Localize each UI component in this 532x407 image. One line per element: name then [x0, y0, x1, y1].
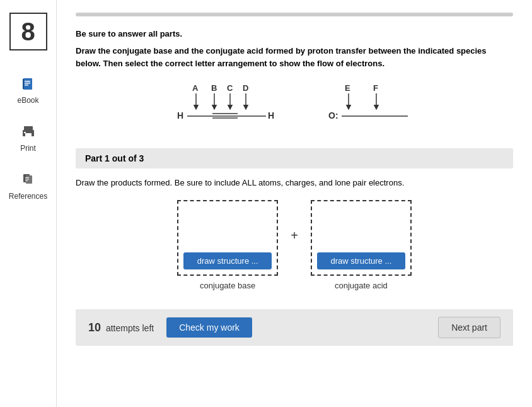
print-label: Print [20, 144, 36, 153]
svg-text:F: F [373, 83, 378, 93]
svg-text:D: D [243, 83, 248, 93]
svg-rect-8 [24, 132, 26, 133]
ebook-label: eBook [17, 96, 38, 105]
left-molecule-diagram: A B C D H H [175, 82, 288, 133]
draw-structure-base-btn[interactable]: draw structure ... [183, 252, 272, 269]
attempts-label: attempts left [106, 323, 154, 333]
conjugate-acid-label: conjugate acid [335, 281, 388, 290]
attempts-left: 10 attempts left [88, 321, 154, 334]
svg-rect-12 [25, 179, 29, 180]
progress-bar [76, 13, 513, 16]
svg-rect-13 [25, 180, 28, 181]
bottom-bar: 10 attempts left Check my work Next part [76, 309, 513, 346]
svg-rect-4 [25, 85, 28, 86]
sidebar: 8 eBook Print [0, 0, 57, 407]
svg-text:O:: O: [328, 110, 338, 121]
conjugate-base-box[interactable]: draw structure ... [177, 200, 278, 276]
sidebar-item-references[interactable]: References [9, 172, 47, 201]
print-icon [20, 124, 37, 141]
svg-text:A: A [192, 83, 199, 93]
part-header-text: Part 1 out of 3 [85, 153, 144, 163]
conjugate-base-wrapper: draw structure ... conjugate base [177, 200, 278, 290]
svg-rect-11 [25, 177, 29, 178]
sidebar-item-ebook[interactable]: eBook [17, 76, 38, 105]
sidebar-item-print[interactable]: Print [20, 124, 37, 153]
right-molecule-svg: E F O: [326, 82, 414, 133]
plus-sign: + [291, 228, 298, 243]
svg-text:H: H [177, 110, 183, 121]
question-number: 8 [9, 13, 47, 50]
left-molecule-svg: A B C D H H [175, 82, 288, 133]
svg-text:E: E [345, 83, 350, 93]
svg-rect-1 [23, 79, 24, 89]
svg-rect-0 [23, 78, 32, 90]
conjugate-acid-wrapper: draw structure ... conjugate acid [311, 200, 412, 290]
instruction2: Draw the conjugate base and the conjugat… [76, 45, 513, 69]
part-instructions: Draw the products formed. Be sure to inc… [76, 178, 513, 187]
svg-rect-2 [25, 81, 30, 82]
conjugate-acid-box[interactable]: draw structure ... [311, 200, 412, 276]
svg-rect-3 [25, 83, 30, 84]
diagram-container: A B C D H H [76, 82, 513, 133]
attempts-number: 10 [88, 321, 101, 334]
draw-structure-acid-btn[interactable]: draw structure ... [317, 252, 405, 269]
structure-boxes-container: draw structure ... conjugate base + draw… [76, 200, 513, 290]
part-header: Part 1 out of 3 [76, 148, 513, 168]
svg-text:B: B [211, 83, 217, 93]
svg-text:C: C [227, 83, 233, 93]
book-icon [20, 76, 37, 93]
check-my-work-button[interactable]: Check my work [166, 317, 252, 338]
instruction1: Be sure to answer all parts. [76, 29, 513, 38]
main-content: Be sure to answer all parts. Draw the co… [57, 0, 532, 407]
svg-text:H: H [268, 110, 274, 121]
conjugate-base-label: conjugate base [200, 281, 255, 290]
svg-rect-7 [25, 133, 32, 136]
next-part-button[interactable]: Next part [438, 317, 500, 338]
ref-icon [20, 172, 37, 189]
right-molecule-diagram: E F O: [326, 82, 414, 133]
references-label: References [9, 192, 47, 201]
